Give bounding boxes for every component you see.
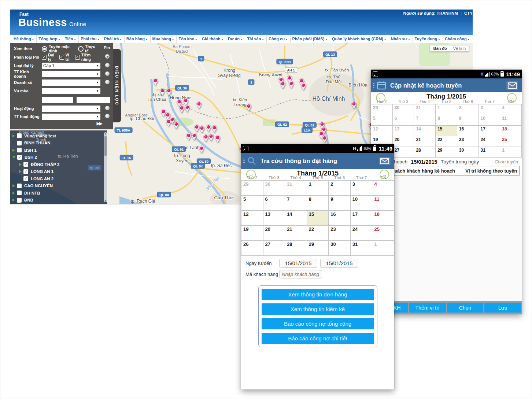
map-pin[interactable] xyxy=(186,133,192,142)
date-from-field[interactable]: 15/01/2015 xyxy=(279,259,317,268)
calendar-day[interactable]: 2 xyxy=(329,181,351,196)
tree-expand-icon[interactable] xyxy=(19,163,22,166)
menu-icon[interactable] xyxy=(243,159,245,163)
mail-icon[interactable] xyxy=(379,157,391,165)
map-pin[interactable] xyxy=(300,82,306,92)
map-pin[interactable] xyxy=(173,121,179,131)
pin-radio-type[interactable] xyxy=(105,54,110,59)
menu-item-7[interactable]: Tồn kho xyxy=(176,35,199,44)
calendar-day[interactable]: 14 xyxy=(414,126,436,136)
calendar-day[interactable]: 21 xyxy=(285,226,307,241)
map-pin[interactable] xyxy=(166,119,171,128)
calendar-day[interactable]: 31 xyxy=(351,241,373,256)
tree-expand-icon[interactable] xyxy=(12,156,15,159)
calendar-day[interactable]: 18 xyxy=(500,126,522,136)
calendar-day[interactable]: 16 xyxy=(457,126,479,136)
calendar-day[interactable]: 9 xyxy=(457,115,479,126)
map-pin[interactable] xyxy=(288,81,294,90)
calendar-day[interactable]: 30 xyxy=(263,181,285,196)
tree-expand-icon[interactable] xyxy=(19,170,22,173)
tree-expand-icon[interactable] xyxy=(12,199,15,202)
location-checkbox[interactable] xyxy=(59,55,64,60)
calendar-day[interactable]: 29 xyxy=(307,241,329,256)
menu-item-0[interactable]: Hệ thống xyxy=(12,35,36,44)
calendar-day[interactable]: 20 xyxy=(263,226,285,241)
menu-item-4[interactable]: Phải trả xyxy=(102,35,123,44)
map-pin[interactable] xyxy=(280,81,286,90)
calendar-day[interactable]: 9 xyxy=(329,196,351,211)
calendar-day[interactable]: 28 xyxy=(414,147,436,158)
calendar-day[interactable]: 10 xyxy=(351,196,373,211)
list-toggle-button-1[interactable]: Vị trí không theo tuyến xyxy=(463,166,519,175)
menu-item-2[interactable]: Tiền xyxy=(63,35,77,44)
calendar-day[interactable]: 6 xyxy=(393,115,414,126)
calendar-day[interactable]: 24 xyxy=(479,136,500,147)
calendar-day[interactable]: 7 xyxy=(414,115,436,126)
map-pin[interactable] xyxy=(184,104,190,114)
calendar-day[interactable]: 2 xyxy=(457,104,479,115)
map-pin[interactable] xyxy=(196,101,202,111)
calendar-day[interactable]: 11 xyxy=(500,115,522,126)
menu-item-6[interactable]: Mua hàng xyxy=(150,35,176,44)
tree-checkbox[interactable] xyxy=(17,148,22,152)
map-pin[interactable] xyxy=(191,133,197,142)
calendar-day[interactable]: 5 xyxy=(371,115,393,126)
default-route-radio[interactable] xyxy=(42,46,47,52)
season-select[interactable] xyxy=(42,88,100,94)
agent-type-select[interactable]: Cấp 1 xyxy=(42,63,100,69)
calendar-day[interactable]: 23 xyxy=(329,226,351,241)
tree-scrollbar[interactable]: ▲ ▼ xyxy=(104,132,107,202)
pin-radio-activity[interactable] xyxy=(105,106,110,110)
calendar-day[interactable]: 1 xyxy=(436,104,457,115)
report-action-button-3[interactable]: Báo cáo công nợ chi tiết xyxy=(262,333,374,344)
map-pin[interactable] xyxy=(179,105,185,115)
menu-item-11[interactable]: Công cụ xyxy=(266,35,289,44)
revenue-select[interactable] xyxy=(42,80,100,86)
tree-checkbox[interactable] xyxy=(17,184,22,188)
calendar-day[interactable]: 30 xyxy=(329,241,351,256)
menu-item-10[interactable]: Tài sản xyxy=(245,35,265,44)
choose-route-link[interactable]: Chọn tuyến xyxy=(495,159,518,165)
map-pin[interactable] xyxy=(322,135,328,145)
map-pin[interactable] xyxy=(351,101,357,111)
calendar-day[interactable]: 5 xyxy=(241,196,263,211)
filter-conditions-tab[interactable]: ĐIỀU KIỆN LỌC xyxy=(113,49,121,122)
calendar-day[interactable]: 8 xyxy=(436,115,457,126)
calendar-day[interactable]: 21 xyxy=(414,136,436,147)
calendar-day[interactable]: 27 xyxy=(263,241,285,256)
tree-item-8[interactable]: DH NTB xyxy=(10,189,107,197)
calendar-day[interactable]: 12 xyxy=(371,126,393,136)
menu-item-5[interactable]: Bán hàng xyxy=(124,35,149,44)
tree-expand-icon[interactable] xyxy=(12,184,15,187)
apply-filter-icon[interactable]: ▶▶ xyxy=(97,121,102,126)
map-pin[interactable] xyxy=(215,135,221,144)
menu-item-13[interactable]: Quản lý khách hàng (CRM) xyxy=(330,35,388,44)
tree-checkbox[interactable] xyxy=(23,176,28,181)
tree-expand-icon[interactable] xyxy=(12,149,15,152)
calendar-day[interactable]: 29 xyxy=(436,147,457,158)
satellite-view-button[interactable]: Vệ tinh xyxy=(450,45,469,52)
tree-expand-icon[interactable] xyxy=(12,192,15,195)
calendar-day[interactable]: 25 xyxy=(500,136,522,147)
map-pin[interactable] xyxy=(152,78,158,87)
calendar-day[interactable]: 29 xyxy=(241,181,263,196)
activity-status-select[interactable] xyxy=(42,114,100,120)
calendar-day[interactable]: 27 xyxy=(393,147,414,158)
calendar-day[interactable]: 4 xyxy=(500,104,522,115)
calendar-day[interactable]: 13 xyxy=(393,126,414,136)
menu-item-9[interactable]: Dự án xyxy=(226,35,244,44)
menu-item-1[interactable]: Tổng hợp xyxy=(36,35,62,44)
calendar-day[interactable]: 1 xyxy=(372,241,394,256)
calendar-day[interactable]: 11 xyxy=(372,196,394,211)
calendar-day[interactable]: 31 xyxy=(285,181,307,196)
agent-checkbox[interactable] xyxy=(42,55,47,60)
menu-item-16[interactable]: Chấm công xyxy=(443,35,471,44)
calendar-day[interactable]: 13 xyxy=(263,211,285,226)
calendar-day[interactable]: 16 xyxy=(329,211,351,226)
calendar-day[interactable]: 30 xyxy=(457,147,479,158)
pin-radio-revenue[interactable] xyxy=(105,80,110,84)
calendar-day[interactable]: 31 xyxy=(414,104,436,115)
map-view-button[interactable]: Bản đồ xyxy=(430,45,450,52)
tree-checkbox[interactable] xyxy=(17,155,22,160)
calendar-day[interactable]: 4 xyxy=(372,181,394,196)
